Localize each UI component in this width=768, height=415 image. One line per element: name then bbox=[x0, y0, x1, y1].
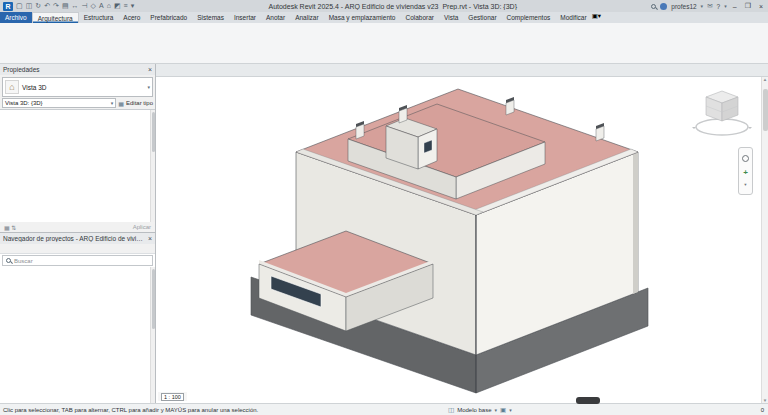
browser-search-placeholder: Buscar bbox=[14, 258, 33, 264]
type-selector[interactable]: ⌂ Vista 3D ▾ bbox=[2, 77, 153, 97]
account-avatar[interactable] bbox=[660, 3, 667, 10]
edit-type-button[interactable]: ▦ Editar tipo bbox=[118, 100, 153, 107]
browser-search[interactable]: Buscar bbox=[2, 255, 153, 266]
title-bar: R▢◫↻↶↷▤↔⊣◇A⌂◩≡▾ Autodesk Revit 2025.4 - … bbox=[0, 0, 768, 12]
ribbon-tab-insertar[interactable]: Insertar bbox=[229, 12, 261, 23]
view-control-bar: 1 : 100 bbox=[158, 392, 187, 401]
status-worksets: ◫ Modelo base ▾ ▣ ▾ bbox=[448, 406, 512, 414]
browser-toolbar bbox=[0, 244, 155, 254]
view-cube[interactable] bbox=[690, 83, 754, 139]
properties-header: Propiedades × bbox=[0, 64, 155, 75]
scrollbar-thumb[interactable] bbox=[763, 89, 768, 131]
view-type-icon: ⌂ bbox=[5, 80, 19, 94]
ribbon-tab-vista[interactable]: Vista bbox=[439, 12, 463, 23]
properties-help-icon[interactable]: ▦ ⇅ bbox=[4, 224, 16, 231]
active-workset-label[interactable]: Modelo base bbox=[457, 407, 491, 413]
properties-palette: Propiedades × ⌂ Vista 3D ▾ Vista 3D: {3D… bbox=[0, 64, 155, 233]
zoom-icon[interactable]: + bbox=[743, 169, 748, 176]
minimize-button[interactable]: – bbox=[731, 3, 739, 10]
properties-close-icon[interactable]: × bbox=[148, 66, 152, 73]
tag-icon[interactable]: ◇ bbox=[91, 1, 96, 11]
edit-type-icon: ▦ bbox=[118, 100, 124, 107]
type-selector-caret-icon: ▾ bbox=[147, 84, 150, 90]
browser-search-icon bbox=[6, 258, 11, 263]
ribbon-panels bbox=[0, 23, 768, 63]
instance-combo[interactable]: Vista 3D: {3D} ▾ bbox=[2, 98, 116, 108]
project-browser: Navegador de proyectos - ARQ Edificio de… bbox=[0, 233, 155, 403]
canvas-scrollbar[interactable]: ▲ ▼ bbox=[761, 77, 768, 403]
status-bar: Clic para seleccionar, TAB para alternar… bbox=[0, 403, 768, 415]
browser-title: Navegador de proyectos - ARQ Edificio de… bbox=[3, 235, 143, 242]
ribbon-tab-arquitectura[interactable]: Arquitectura bbox=[32, 12, 79, 23]
account-username[interactable]: profes12 bbox=[671, 3, 696, 10]
worksets-icon[interactable]: ◫ bbox=[448, 406, 454, 414]
ribbon-tab-prefabricado[interactable]: Prefabricado bbox=[145, 12, 192, 23]
save-icon[interactable]: ◫ bbox=[26, 1, 33, 11]
edit-type-label: Editar tipo bbox=[126, 100, 153, 106]
measure-icon[interactable]: ↔ bbox=[72, 1, 79, 11]
apply-button[interactable]: Aplicar bbox=[133, 224, 151, 230]
properties-scrollbar[interactable] bbox=[150, 110, 155, 222]
ribbon-display-toggle[interactable]: ▣▾ bbox=[592, 12, 601, 23]
print-icon[interactable]: ▤ bbox=[62, 1, 69, 11]
sync-icon[interactable]: ↻ bbox=[35, 1, 41, 11]
ribbon-tab-colaborar[interactable]: Colaborar bbox=[400, 12, 439, 23]
view-scale-button[interactable]: 1 : 100 bbox=[161, 393, 184, 401]
redo-icon[interactable]: ↷ bbox=[53, 1, 59, 11]
account-caret-icon[interactable]: ▾ bbox=[701, 3, 704, 9]
left-column: Propiedades × ⌂ Vista 3D ▾ Vista 3D: {3D… bbox=[0, 64, 156, 403]
property-rows bbox=[0, 109, 155, 222]
drawing-area[interactable]: + ▾ ▲ ▼ 1 : 100 bbox=[156, 77, 768, 403]
aligned-dimension-icon[interactable]: ⊣ bbox=[82, 1, 88, 11]
scroll-up-icon[interactable]: ▲ bbox=[763, 77, 767, 82]
window-title: Autodesk Revit 2025.4 - ARQ Edificio de … bbox=[134, 3, 651, 10]
navbar-caret-icon[interactable]: ▾ bbox=[744, 182, 746, 187]
communication-center-icon[interactable]: ✉ bbox=[707, 2, 712, 10]
ribbon-tab-gestionar[interactable]: Gestionar bbox=[463, 12, 501, 23]
design-options-icon[interactable]: ▣ bbox=[500, 406, 506, 414]
workset-caret-icon[interactable]: ▾ bbox=[495, 407, 498, 413]
browser-scrollbar[interactable] bbox=[150, 267, 155, 403]
default-3d-view-icon[interactable]: ⌂ bbox=[107, 1, 111, 11]
search-icon[interactable] bbox=[651, 4, 656, 9]
selection-count: 0 bbox=[761, 407, 764, 413]
undo-icon[interactable]: ↶ bbox=[44, 1, 50, 11]
ribbon-tab-modificar[interactable]: Modificar bbox=[555, 12, 591, 23]
ribbon-tab-row: ArchivoArquitecturaEstructuraAceroPrefab… bbox=[0, 12, 768, 23]
instance-combo-label: Vista 3D: {3D} bbox=[5, 100, 43, 106]
browser-tree bbox=[0, 267, 155, 403]
view-tab-bar bbox=[156, 64, 768, 77]
help-caret-icon[interactable]: ▾ bbox=[724, 3, 727, 9]
taskbar-nub bbox=[576, 397, 600, 404]
section-icon[interactable]: ◩ bbox=[114, 1, 121, 11]
ribbon-tab-sistemas[interactable]: Sistemas bbox=[192, 12, 229, 23]
navigation-bar[interactable]: + ▾ bbox=[738, 147, 753, 195]
canvas-column: + ▾ ▲ ▼ 1 : 100 bbox=[156, 64, 768, 403]
text-icon[interactable]: A bbox=[99, 1, 104, 11]
close-button[interactable]: × bbox=[757, 3, 765, 10]
design-options-caret-icon[interactable]: ▾ bbox=[509, 407, 512, 413]
browser-close-icon[interactable]: × bbox=[148, 235, 152, 242]
thin-lines-icon[interactable]: ≡ bbox=[124, 1, 128, 11]
3d-building-model bbox=[156, 77, 768, 403]
ribbon-tab-masa-y-emplazamiento[interactable]: Masa y emplazamiento bbox=[324, 12, 401, 23]
ribbon-tab-archivo[interactable]: Archivo bbox=[0, 12, 32, 23]
properties-footer: ▦ ⇅ Aplicar bbox=[0, 222, 155, 232]
title-bar-right: profes12 ▾ ✉ ? ▾ – ❐ × bbox=[651, 2, 768, 10]
ribbon-tab-acero[interactable]: Acero bbox=[118, 12, 145, 23]
main-area: Propiedades × ⌂ Vista 3D ▾ Vista 3D: {3D… bbox=[0, 64, 768, 403]
instance-combo-caret-icon: ▾ bbox=[111, 100, 114, 106]
properties-title: Propiedades bbox=[3, 66, 40, 73]
ribbon-tab-estructura[interactable]: Estructura bbox=[79, 12, 119, 23]
ribbon-tab-complementos[interactable]: Complementos bbox=[502, 12, 556, 23]
help-button[interactable]: ? bbox=[717, 3, 721, 10]
revit-logo[interactable]: R bbox=[3, 2, 13, 11]
ribbon-tab-analizar[interactable]: Analizar bbox=[290, 12, 323, 23]
open-file-icon[interactable]: ▢ bbox=[16, 1, 23, 11]
quick-access-toolbar: R▢◫↻↶↷▤↔⊣◇A⌂◩≡▾ bbox=[0, 1, 134, 11]
restore-button[interactable]: ❐ bbox=[743, 2, 753, 10]
ribbon-tab-anotar[interactable]: Anotar bbox=[261, 12, 290, 23]
status-hint-text: Clic para seleccionar, TAB para alternar… bbox=[0, 407, 258, 413]
steering-wheel-icon[interactable] bbox=[742, 155, 749, 162]
ribbon bbox=[0, 23, 768, 64]
